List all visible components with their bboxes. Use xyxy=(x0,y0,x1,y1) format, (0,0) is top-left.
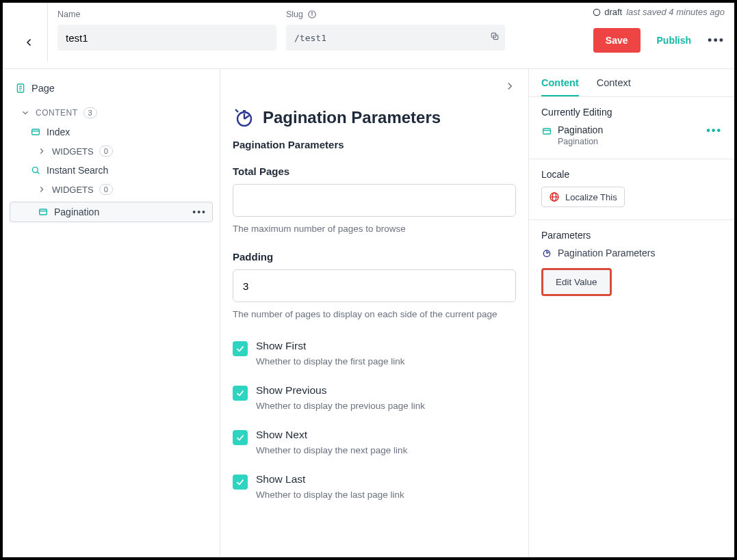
svg-point-5 xyxy=(594,9,600,15)
header-bar: Name Slug draft last saved 4 minutes xyxy=(3,3,734,69)
svg-rect-17 xyxy=(543,129,551,134)
content-count-badge: 3 xyxy=(83,107,98,118)
component-icon xyxy=(38,206,49,217)
sidebar-widgets-instant-search[interactable]: WIDGETS 0 xyxy=(10,180,213,199)
globe-icon xyxy=(549,191,560,202)
currently-editing-heading: Currently Editing xyxy=(541,107,722,118)
total-pages-hint: The maximum number of pages to browse xyxy=(233,222,516,236)
show-first-hint: Whether to display the first page link xyxy=(256,356,405,366)
copy-slug-button[interactable] xyxy=(490,31,500,44)
editing-label: Pagination xyxy=(558,124,603,135)
show-previous-hint: Whether to display the previous page lin… xyxy=(256,401,425,411)
show-previous-checkbox[interactable] xyxy=(233,386,248,401)
sidebar-item-instant-search[interactable]: Instant Search xyxy=(10,161,213,180)
page-icon xyxy=(15,83,26,94)
total-pages-input[interactable] xyxy=(233,184,516,217)
localize-button[interactable]: Localize This xyxy=(541,187,625,207)
tab-content[interactable]: Content xyxy=(541,77,579,96)
editor-panel: Pagination Parameters Pagination Paramet… xyxy=(220,69,529,557)
sidebar-widgets-index[interactable]: WIDGETS 0 xyxy=(10,142,213,161)
padding-label: Padding xyxy=(233,251,516,263)
component-icon xyxy=(541,126,552,137)
show-next-label: Show Next xyxy=(256,429,407,441)
editing-sublabel: Pagination xyxy=(558,137,603,146)
svg-line-13 xyxy=(37,172,39,174)
more-actions-button[interactable]: ••• xyxy=(708,34,725,48)
right-panel: Content Context Currently Editing Pagina… xyxy=(529,69,734,557)
sidebar-item-pagination[interactable]: Pagination ••• xyxy=(10,202,213,222)
sidebar-page-label: Page xyxy=(31,83,55,94)
editor-subheading: Pagination Parameters xyxy=(233,139,516,150)
tab-context[interactable]: Context xyxy=(597,77,631,96)
padding-hint: The number of pages to display on each s… xyxy=(233,308,516,321)
algolia-icon xyxy=(541,248,552,258)
name-input[interactable] xyxy=(57,25,276,51)
show-next-hint: Whether to display the next page link xyxy=(256,445,407,455)
draft-status: draft xyxy=(592,7,622,17)
show-first-checkbox[interactable] xyxy=(233,341,248,356)
left-sidebar: Page CONTENT 3 Index WIDGETS 0 Instant S… xyxy=(3,69,220,557)
sidebar-item-index[interactable]: Index xyxy=(10,122,213,142)
component-icon xyxy=(30,126,41,137)
sidebar-page[interactable]: Page xyxy=(10,79,213,98)
total-pages-label: Total Pages xyxy=(233,165,516,177)
show-next-checkbox[interactable] xyxy=(233,430,248,445)
back-button[interactable] xyxy=(23,37,34,51)
svg-point-2 xyxy=(311,12,312,13)
algolia-icon xyxy=(233,106,256,129)
slug-input[interactable] xyxy=(286,25,505,51)
chevron-down-icon xyxy=(21,108,30,118)
save-button[interactable]: Save xyxy=(593,28,641,53)
last-saved-text: last saved 4 minutes ago xyxy=(626,7,725,17)
info-icon xyxy=(307,10,317,19)
sidebar-item-actions[interactable]: ••• xyxy=(192,206,207,217)
svg-rect-14 xyxy=(40,209,47,215)
name-label: Name xyxy=(57,8,276,21)
svg-rect-10 xyxy=(32,129,40,135)
collapse-editor-button[interactable] xyxy=(504,80,516,95)
chevron-right-icon xyxy=(37,146,47,156)
padding-input[interactable] xyxy=(233,269,516,302)
parameters-heading: Parameters xyxy=(541,230,722,241)
editing-actions[interactable]: ••• xyxy=(706,124,722,137)
slug-label: Slug xyxy=(286,10,303,19)
svg-point-12 xyxy=(32,167,38,172)
show-previous-label: Show Previous xyxy=(256,384,425,397)
locale-heading: Locale xyxy=(541,169,722,180)
show-last-label: Show Last xyxy=(256,473,404,485)
editor-title: Pagination Parameters xyxy=(263,108,441,127)
show-first-label: Show First xyxy=(256,340,405,352)
chevron-right-icon xyxy=(37,185,47,194)
sidebar-content-header[interactable]: CONTENT 3 xyxy=(10,103,213,122)
show-last-hint: Whether to display the last page link xyxy=(256,490,404,500)
publish-button[interactable]: Publish xyxy=(653,34,696,46)
edit-value-button[interactable]: Edit Value xyxy=(541,268,612,296)
parameters-item[interactable]: Pagination Parameters xyxy=(541,248,722,258)
search-icon xyxy=(30,165,41,176)
show-last-checkbox[interactable] xyxy=(233,475,248,490)
